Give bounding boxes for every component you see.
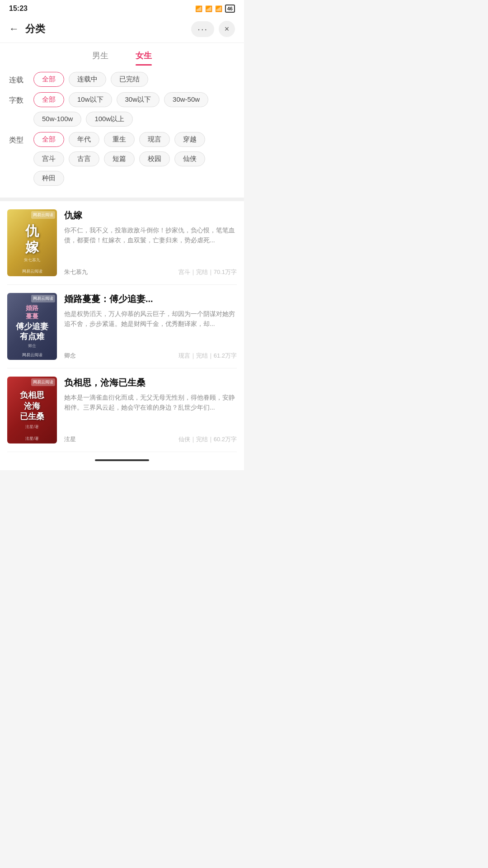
cover-badge: 网易云阅读 bbox=[31, 211, 55, 219]
book-item[interactable]: 仇嫁 朱七慕九 网易云阅读 网易云阅读 仇嫁 你不仁，我不义，投靠政敌斗倒你！抄… bbox=[7, 201, 237, 285]
book-author: 朱七慕九 bbox=[64, 268, 88, 276]
filter-row-serialization: 连载 全部 连载中 已完结 bbox=[9, 72, 235, 87]
book-tags: 仙侠｜完结｜60.2万字 bbox=[178, 435, 237, 443]
status-time: 15:23 bbox=[9, 5, 28, 13]
more-button[interactable]: ··· bbox=[191, 21, 214, 37]
bottom-indicator bbox=[95, 459, 149, 461]
filter-row-genre: 类型 全部 年代 重生 现言 穿越 宫斗 古言 短篇 校园 仙侠 种田 bbox=[9, 132, 235, 186]
filter-tag-genre-all[interactable]: 全部 bbox=[33, 132, 64, 147]
filter-label-serial: 连载 bbox=[9, 72, 29, 85]
filter-tag-serial-ongoing[interactable]: 连载中 bbox=[69, 72, 106, 87]
filter-label-word: 字数 bbox=[9, 92, 29, 105]
book-info: 负相思，沧海已生桑 她本是一滴雀血衍化而成，无父无母无性别，得他眷顾，安静相伴。… bbox=[64, 377, 237, 443]
book-cover: 婚路蔓蔓 傅少追妻有点难 卿念 网易云阅读 网易云阅读 bbox=[7, 293, 57, 360]
battery-indicator: 46 bbox=[225, 5, 235, 13]
filter-tag-genre-zhongtian[interactable]: 种田 bbox=[33, 171, 64, 186]
filter-tag-serial-all[interactable]: 全部 bbox=[33, 72, 64, 87]
filter-tag-genre-xianxia[interactable]: 仙侠 bbox=[174, 151, 205, 166]
book-item[interactable]: 负相思沧海已生桑 泫星/著 网易云阅读 泫星/著 负相思，沧海已生桑 她本是一滴… bbox=[7, 368, 237, 452]
tab-female[interactable]: 女生 bbox=[136, 50, 152, 66]
filter-tag-word-10w[interactable]: 10w以下 bbox=[69, 92, 112, 107]
wifi-icon: 📶 bbox=[215, 5, 222, 12]
book-meta: 朱七慕九 宫斗｜完结｜70.1万字 bbox=[64, 268, 237, 276]
cover-badge: 网易云阅读 bbox=[31, 295, 55, 302]
filter-tag-word-50-100[interactable]: 50w-100w bbox=[33, 112, 81, 127]
book-desc: 他是权势滔天，万人仰慕的风云巨子，却因为一个阴谋对她穷追不舍，步步紧逼。她是财阀… bbox=[64, 309, 237, 347]
cover-source: 泫星/著 bbox=[7, 436, 57, 442]
book-tags: 宫斗｜完结｜70.1万字 bbox=[178, 268, 237, 276]
book-tags: 现言｜完结｜61.2万字 bbox=[178, 352, 237, 360]
filter-tags-genre: 全部 年代 重生 现言 穿越 宫斗 古言 短篇 校园 仙侠 种田 bbox=[33, 132, 235, 186]
back-button[interactable]: ← bbox=[9, 23, 19, 35]
cover-badge: 网易云阅读 bbox=[31, 378, 55, 386]
tab-bar: 男生 女生 bbox=[0, 43, 244, 66]
section-divider bbox=[0, 198, 244, 201]
filter-tag-genre-gongdou[interactable]: 宫斗 bbox=[33, 151, 64, 166]
filter-tag-genre-duanpian[interactable]: 短篇 bbox=[104, 151, 135, 166]
book-info: 仇嫁 你不仁，我不义，投靠政敌斗倒你！抄家仇，负心恨，笔笔血债，都要偿！红嫁衣，… bbox=[64, 209, 237, 276]
cover-source: 网易云阅读 bbox=[7, 352, 57, 358]
filter-tag-genre-xiaoyuan[interactable]: 校园 bbox=[139, 151, 170, 166]
book-meta: 泫星 仙侠｜完结｜60.2万字 bbox=[64, 435, 237, 443]
book-list: 仇嫁 朱七慕九 网易云阅读 网易云阅读 仇嫁 你不仁，我不义，投靠政敌斗倒你！抄… bbox=[0, 201, 244, 452]
cover-source: 网易云阅读 bbox=[7, 269, 57, 274]
signal-icon: 📶 bbox=[205, 5, 212, 12]
filter-tag-genre-niandai[interactable]: 年代 bbox=[69, 132, 99, 147]
filter-tags-serial: 全部 连载中 已完结 bbox=[33, 72, 235, 87]
book-title: 仇嫁 bbox=[64, 209, 237, 222]
bottom-bar bbox=[0, 452, 244, 470]
header: ← 分类 ··· × bbox=[0, 15, 244, 43]
filter-row-wordcount: 字数 全部 10w以下 30w以下 30w-50w 50w-100w 100w以… bbox=[9, 92, 235, 127]
status-icons: 📶 📶 📶 46 bbox=[195, 5, 235, 13]
book-item[interactable]: 婚路蔓蔓 傅少追妻有点难 卿念 网易云阅读 网易云阅读 婚路蔓蔓：傅少追妻...… bbox=[7, 285, 237, 368]
book-desc: 你不仁，我不义，投靠政敌斗倒你！抄家仇，负心恨，笔笔血债，都要偿！红嫁衣，血双鬟… bbox=[64, 225, 237, 264]
filter-label-genre: 类型 bbox=[9, 132, 29, 145]
book-cover: 仇嫁 朱七慕九 网易云阅读 网易云阅读 bbox=[7, 209, 57, 276]
filter-tag-word-100w[interactable]: 100w以上 bbox=[86, 112, 133, 127]
filter-tag-word-30-50[interactable]: 30w-50w bbox=[164, 92, 208, 107]
book-info: 婚路蔓蔓：傅少追妻... 他是权势滔天，万人仰慕的风云巨子，却因为一个阴谋对她穷… bbox=[64, 293, 237, 360]
book-title: 负相思，沧海已生桑 bbox=[64, 377, 237, 389]
page-title: 分类 bbox=[25, 22, 191, 36]
book-cover: 负相思沧海已生桑 泫星/著 网易云阅读 泫星/著 bbox=[7, 377, 57, 443]
filter-tag-word-30w[interactable]: 30w以下 bbox=[117, 92, 160, 107]
bluetooth-icon: 📶 bbox=[195, 5, 202, 12]
filter-tag-genre-guyan[interactable]: 古言 bbox=[69, 151, 99, 166]
close-button[interactable]: × bbox=[219, 21, 235, 37]
book-meta: 卿念 现言｜完结｜61.2万字 bbox=[64, 352, 237, 360]
status-bar: 15:23 📶 📶 📶 46 bbox=[0, 0, 244, 15]
filter-tag-word-all[interactable]: 全部 bbox=[33, 92, 64, 107]
book-desc: 她本是一滴雀血衍化而成，无父无母无性别，得他眷顾，安静相伴。三界风云起，她会守在… bbox=[64, 392, 237, 431]
book-author: 卿念 bbox=[64, 352, 76, 360]
tab-male[interactable]: 男生 bbox=[92, 50, 108, 66]
filter-tag-serial-finished[interactable]: 已完结 bbox=[111, 72, 148, 87]
filter-tags-word: 全部 10w以下 30w以下 30w-50w 50w-100w 100w以上 bbox=[33, 92, 235, 127]
book-title: 婚路蔓蔓：傅少追妻... bbox=[64, 293, 237, 305]
filter-tag-genre-chongsheng[interactable]: 重生 bbox=[104, 132, 135, 147]
filter-section: 连载 全部 连载中 已完结 字数 全部 10w以下 30w以下 30w-50w … bbox=[0, 66, 244, 198]
filter-tag-genre-chuanyue[interactable]: 穿越 bbox=[174, 132, 205, 147]
book-author: 泫星 bbox=[64, 435, 76, 443]
filter-tag-genre-xiandai[interactable]: 现言 bbox=[139, 132, 170, 147]
